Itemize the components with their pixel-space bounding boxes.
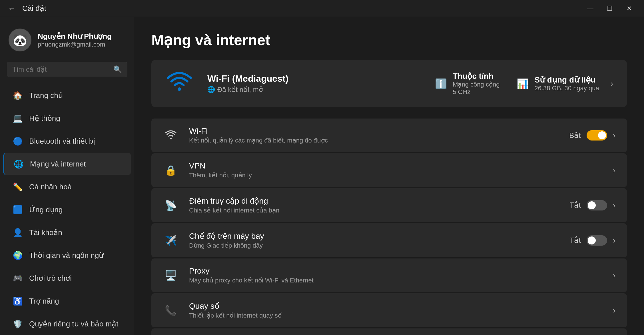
data-usage-amount: 26.38 GB, 30 ngày qua <box>534 85 599 92</box>
wifi-toggle-label: Bật <box>569 131 581 140</box>
chevron-right-icon: › <box>613 166 615 175</box>
sidebar-item-ca-nhan[interactable]: ✏️ Cá nhân hoá <box>3 176 131 198</box>
sidebar-item-he-thong[interactable]: 💻 Hệ thống <box>3 107 131 129</box>
privacy-icon: 🛡️ <box>12 318 23 330</box>
setting-hotspot[interactable]: 📡 Điểm truy cập di động Chia sẻ kết nối … <box>151 188 627 222</box>
data-usage-section[interactable]: 📊 Sử dụng dữ liệu 26.38 GB, 30 ngày qua … <box>517 71 613 96</box>
wifi-info: Wi-Fi (Mediaguest) 🌐 Đã kết nối, mở <box>207 73 288 94</box>
properties-sublabel1: Mạng công cộng <box>453 81 499 88</box>
wifi-toggle[interactable] <box>587 130 607 141</box>
info-icon: ℹ️ <box>435 78 447 89</box>
app-layout: 🐼 Nguyễn Như Phượng phuongzmk@gmail.com … <box>0 17 644 335</box>
hotspot-setting-desc: Chia sẻ kết nối internet của bạn <box>189 207 559 214</box>
wifi-setting-text: Wi-Fi Kết nối, quản lý các mạng đã biết,… <box>189 127 559 144</box>
chevron-right-icon: › <box>613 306 615 315</box>
titlebar-controls: — ❐ ✕ <box>581 2 638 15</box>
setting-advanced[interactable]: 🖥️ Cài đặt mạng nâng cao Xem tất cả bộ đ… <box>151 328 627 335</box>
sidebar-item-bluetooth[interactable]: 🔵 Bluetooth và thiết bị <box>3 130 131 152</box>
svg-point-0 <box>178 87 181 91</box>
status-card-right: ℹ️ Thuộc tính Mạng công cộng 5 GHz 📊 Sử … <box>302 71 613 96</box>
restore-button[interactable]: ❐ <box>601 2 619 15</box>
sidebar-item-label: Thời gian và ngôn ngữ <box>29 251 103 260</box>
vpn-setting-title: VPN <box>189 161 603 170</box>
apps-icon: 🟦 <box>12 204 23 215</box>
vpn-setting-desc: Thêm, kết nối, quản lý <box>189 172 603 179</box>
hotspot-icon: 📡 <box>163 197 179 213</box>
setting-proxy[interactable]: 🖥️ Proxy Máy chủ proxy cho kết nối Wi-Fi… <box>151 258 627 292</box>
sidebar-item-mang[interactable]: 🌐 Mạng và internet <box>3 153 131 175</box>
wifi-setting-right: Bật › <box>569 130 615 141</box>
sidebar-item-thoi-gian[interactable]: 🌍 Thời gian và ngôn ngữ <box>3 244 131 266</box>
titlebar-left: ← Cài đặt <box>6 3 46 14</box>
personalize-icon: ✏️ <box>12 181 23 192</box>
data-usage-info: Sử dụng dữ liệu 26.38 GB, 30 ngày qua <box>534 75 599 92</box>
main-content: Mạng và internet Wi-Fi (Mediaguest) 🌐 Đã… <box>134 17 644 335</box>
accessibility-icon: ♿ <box>12 295 23 307</box>
toggle-thumb <box>588 236 596 244</box>
sidebar-item-label: Tài khoản <box>29 228 62 237</box>
titlebar-title: Cài đặt <box>22 4 46 13</box>
vpn-icon: 🔒 <box>163 162 179 178</box>
network-icon: 🌐 <box>13 158 24 170</box>
wifi-setting-title: Wi-Fi <box>189 127 559 136</box>
minimize-button[interactable]: — <box>581 2 599 15</box>
wifi-setting-desc: Kết nối, quản lý các mạng đã biết, mạng … <box>189 137 559 144</box>
vpn-setting-text: VPN Thêm, kết nối, quản lý <box>189 161 603 179</box>
airplane-toggle[interactable] <box>587 235 607 246</box>
airplane-setting-right: Tắt › <box>570 235 615 246</box>
properties-label: Thuộc tính <box>453 71 499 81</box>
dialup-setting-text: Quay số Thiết lập kết nối internet quay … <box>189 301 603 319</box>
gaming-icon: 🎮 <box>12 272 23 284</box>
dialup-icon: 📞 <box>163 302 179 318</box>
hotspot-setting-right: Tắt › <box>570 200 615 210</box>
setting-vpn[interactable]: 🔒 VPN Thêm, kết nối, quản lý › <box>151 153 627 187</box>
sidebar-item-tro-nang[interactable]: ♿ Trợ năng <box>3 290 131 312</box>
proxy-icon: 🖥️ <box>163 267 179 283</box>
close-button[interactable]: ✕ <box>620 2 638 15</box>
hotspot-toggle[interactable] <box>587 200 607 210</box>
user-name: Nguyễn Như Phượng <box>38 32 112 41</box>
search-input[interactable] <box>12 65 110 73</box>
toggle-thumb <box>598 131 606 139</box>
wifi-large-icon <box>165 70 194 97</box>
data-usage-label: Sử dụng dữ liệu <box>534 75 599 85</box>
properties-section[interactable]: ℹ️ Thuộc tính Mạng công cộng 5 GHz <box>435 71 499 96</box>
sidebar-item-label: Trang chủ <box>29 91 63 100</box>
airplane-setting-text: Chế độ trên máy bay Dừng Giao tiếp không… <box>189 231 559 249</box>
proxy-setting-text: Proxy Máy chủ proxy cho kết nối Wi-Fi và… <box>189 266 603 284</box>
page-title: Mạng và internet <box>151 31 627 49</box>
status-card: Wi-Fi (Mediaguest) 🌐 Đã kết nối, mở ℹ️ T… <box>151 60 627 107</box>
sidebar-item-label: Quyền riêng tư và bảo mật <box>29 320 119 328</box>
sidebar-item-label: Trợ năng <box>29 297 59 306</box>
chevron-right-icon: › <box>613 236 615 245</box>
time-icon: 🌍 <box>12 250 23 261</box>
chevron-right-icon: › <box>611 79 613 88</box>
titlebar: ← Cài đặt — ❐ ✕ <box>0 0 644 17</box>
setting-dialup[interactable]: 📞 Quay số Thiết lập kết nối internet qua… <box>151 293 627 327</box>
sidebar-item-label: Hệ thống <box>29 114 60 123</box>
sidebar-item-label: Ứng dụng <box>29 205 63 214</box>
proxy-setting-title: Proxy <box>189 266 603 276</box>
sidebar-item-quyen-rieng[interactable]: 🛡️ Quyền riêng tư và bảo mật <box>3 313 131 335</box>
chevron-right-icon: › <box>613 201 615 210</box>
sidebar-item-label: Mạng và internet <box>30 160 86 168</box>
sidebar-item-label: Cá nhân hoá <box>29 182 72 191</box>
back-button[interactable]: ← <box>6 3 18 14</box>
sidebar-item-tai-khoan[interactable]: 👤 Tài khoản <box>3 222 131 243</box>
sidebar-item-label: Chơi trò chơi <box>29 274 72 283</box>
dialup-setting-right: › <box>613 306 615 315</box>
user-section: 🐼 Nguyễn Như Phượng phuongzmk@gmail.com <box>0 26 134 62</box>
airplane-setting-title: Chế độ trên máy bay <box>189 231 559 241</box>
setting-airplane[interactable]: ✈️ Chế độ trên máy bay Dừng Giao tiếp kh… <box>151 223 627 257</box>
setting-wifi[interactable]: Wi-Fi Kết nối, quản lý các mạng đã biết,… <box>151 119 627 152</box>
sidebar-item-choi-tro-choi[interactable]: 🎮 Chơi trò chơi <box>3 267 131 289</box>
airplane-toggle-label: Tắt <box>570 236 581 245</box>
properties-sublabel2: 5 GHz <box>453 88 499 96</box>
dialup-setting-title: Quay số <box>189 301 603 311</box>
search-box[interactable]: 🔍 <box>7 62 127 77</box>
sidebar-item-trang-chu[interactable]: 🏠 Trang chủ <box>3 85 131 106</box>
vpn-setting-right: › <box>613 166 615 175</box>
avatar: 🐼 <box>9 29 31 51</box>
sidebar-item-label: Bluetooth và thiết bị <box>29 137 95 146</box>
sidebar-item-ung-dung[interactable]: 🟦 Ứng dụng <box>3 199 131 220</box>
